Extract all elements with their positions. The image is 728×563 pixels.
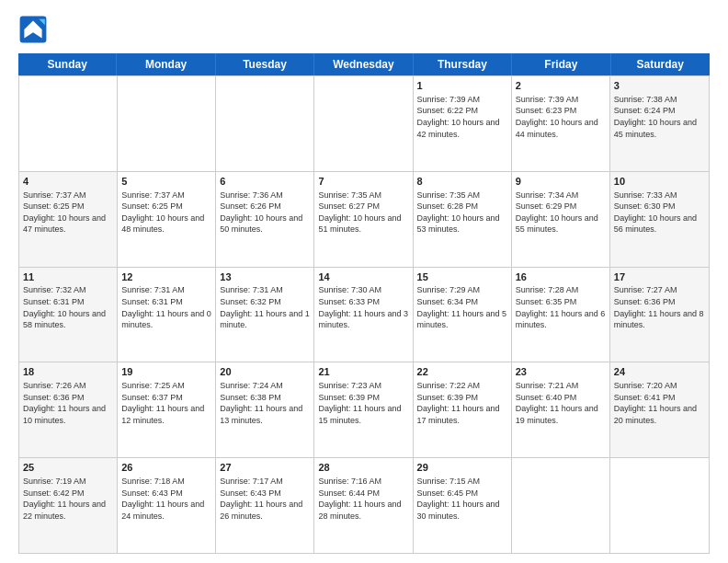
day-info: Sunrise: 7:21 AM Sunset: 6:40 PM Dayligh…	[516, 380, 606, 426]
day-number: 23	[516, 365, 606, 379]
day-number: 3	[614, 79, 705, 93]
week-row-1: 1Sunrise: 7:39 AM Sunset: 6:22 PM Daylig…	[19, 75, 709, 171]
day-info: Sunrise: 7:39 AM Sunset: 6:23 PM Dayligh…	[516, 94, 606, 140]
logo	[18, 15, 53, 44]
page: SundayMondayTuesdayWednesdayThursdayFrid…	[0, 0, 728, 563]
day-info: Sunrise: 7:23 AM Sunset: 6:39 PM Dayligh…	[318, 380, 408, 426]
day-info: Sunrise: 7:27 AM Sunset: 6:36 PM Dayligh…	[614, 284, 705, 330]
day-number: 2	[516, 79, 606, 93]
day-number: 8	[417, 175, 507, 189]
week-row-2: 4Sunrise: 7:37 AM Sunset: 6:25 PM Daylig…	[19, 171, 709, 267]
day-number: 26	[121, 461, 211, 475]
cal-cell-16: 16Sunrise: 7:28 AM Sunset: 6:35 PM Dayli…	[512, 268, 610, 362]
cal-cell-26: 26Sunrise: 7:18 AM Sunset: 6:43 PM Dayli…	[118, 458, 216, 553]
cal-cell-7: 7Sunrise: 7:35 AM Sunset: 6:27 PM Daylig…	[314, 172, 413, 267]
day-number: 11	[23, 270, 113, 284]
day-number: 12	[121, 270, 211, 284]
cal-cell-10: 10Sunrise: 7:33 AM Sunset: 6:30 PM Dayli…	[610, 172, 709, 267]
day-number: 21	[318, 365, 408, 379]
cal-cell-15: 15Sunrise: 7:29 AM Sunset: 6:34 PM Dayli…	[414, 268, 512, 362]
cal-cell-23: 23Sunrise: 7:21 AM Sunset: 6:40 PM Dayli…	[512, 362, 610, 457]
day-info: Sunrise: 7:37 AM Sunset: 6:25 PM Dayligh…	[121, 190, 211, 236]
logo-icon	[18, 15, 48, 44]
day-info: Sunrise: 7:29 AM Sunset: 6:34 PM Dayligh…	[417, 284, 507, 330]
cal-cell-27: 27Sunrise: 7:17 AM Sunset: 6:43 PM Dayli…	[216, 458, 314, 553]
cal-cell-14: 14Sunrise: 7:30 AM Sunset: 6:33 PM Dayli…	[314, 268, 413, 362]
day-header-friday: Friday	[512, 53, 610, 75]
day-number: 16	[516, 270, 606, 284]
day-number: 6	[220, 175, 310, 189]
day-info: Sunrise: 7:39 AM Sunset: 6:22 PM Dayligh…	[417, 94, 507, 140]
day-number: 28	[318, 461, 408, 475]
day-number: 18	[23, 365, 113, 379]
day-number: 1	[417, 79, 507, 93]
day-info: Sunrise: 7:19 AM Sunset: 6:42 PM Dayligh…	[23, 476, 113, 522]
cal-cell-6: 6Sunrise: 7:36 AM Sunset: 6:26 PM Daylig…	[216, 172, 314, 267]
day-info: Sunrise: 7:17 AM Sunset: 6:43 PM Dayligh…	[220, 476, 310, 522]
cal-cell-4: 4Sunrise: 7:37 AM Sunset: 6:25 PM Daylig…	[19, 172, 118, 267]
cal-cell-empty-0-0	[19, 76, 118, 171]
day-header-wednesday: Wednesday	[314, 53, 413, 75]
cal-cell-empty-0-1	[118, 76, 216, 171]
day-info: Sunrise: 7:24 AM Sunset: 6:38 PM Dayligh…	[220, 380, 310, 426]
day-number: 24	[614, 365, 705, 379]
header	[18, 15, 710, 44]
cal-cell-29: 29Sunrise: 7:15 AM Sunset: 6:45 PM Dayli…	[414, 458, 512, 553]
cal-cell-12: 12Sunrise: 7:31 AM Sunset: 6:31 PM Dayli…	[118, 268, 216, 362]
day-number: 14	[318, 270, 408, 284]
day-info: Sunrise: 7:20 AM Sunset: 6:41 PM Dayligh…	[614, 380, 705, 426]
week-row-4: 18Sunrise: 7:26 AM Sunset: 6:36 PM Dayli…	[19, 362, 709, 457]
cal-cell-11: 11Sunrise: 7:32 AM Sunset: 6:31 PM Dayli…	[19, 268, 118, 362]
day-info: Sunrise: 7:38 AM Sunset: 6:24 PM Dayligh…	[614, 94, 705, 140]
cal-cell-28: 28Sunrise: 7:16 AM Sunset: 6:44 PM Dayli…	[314, 458, 413, 553]
cal-cell-2: 2Sunrise: 7:39 AM Sunset: 6:23 PM Daylig…	[512, 76, 610, 171]
cal-cell-empty-4-5	[512, 458, 610, 553]
day-number: 20	[220, 365, 310, 379]
day-number: 25	[23, 461, 113, 475]
calendar-body: 1Sunrise: 7:39 AM Sunset: 6:22 PM Daylig…	[18, 75, 710, 554]
cal-cell-9: 9Sunrise: 7:34 AM Sunset: 6:29 PM Daylig…	[512, 172, 610, 267]
day-info: Sunrise: 7:22 AM Sunset: 6:39 PM Dayligh…	[417, 380, 507, 426]
day-info: Sunrise: 7:25 AM Sunset: 6:37 PM Dayligh…	[121, 380, 211, 426]
day-number: 22	[417, 365, 507, 379]
cal-cell-8: 8Sunrise: 7:35 AM Sunset: 6:28 PM Daylig…	[414, 172, 512, 267]
cal-cell-25: 25Sunrise: 7:19 AM Sunset: 6:42 PM Dayli…	[19, 458, 118, 553]
day-info: Sunrise: 7:30 AM Sunset: 6:33 PM Dayligh…	[318, 284, 408, 330]
cal-cell-empty-4-6	[610, 458, 709, 553]
cal-cell-13: 13Sunrise: 7:31 AM Sunset: 6:32 PM Dayli…	[216, 268, 314, 362]
day-header-sunday: Sunday	[18, 53, 117, 75]
day-header-monday: Monday	[117, 53, 215, 75]
cal-cell-24: 24Sunrise: 7:20 AM Sunset: 6:41 PM Dayli…	[610, 362, 709, 457]
week-row-3: 11Sunrise: 7:32 AM Sunset: 6:31 PM Dayli…	[19, 267, 709, 362]
day-number: 27	[220, 461, 310, 475]
day-info: Sunrise: 7:31 AM Sunset: 6:32 PM Dayligh…	[220, 284, 310, 330]
day-number: 29	[417, 461, 507, 475]
day-number: 4	[23, 175, 113, 189]
cal-cell-22: 22Sunrise: 7:22 AM Sunset: 6:39 PM Dayli…	[414, 362, 512, 457]
cal-cell-20: 20Sunrise: 7:24 AM Sunset: 6:38 PM Dayli…	[216, 362, 314, 457]
day-info: Sunrise: 7:18 AM Sunset: 6:43 PM Dayligh…	[121, 476, 211, 522]
cal-cell-1: 1Sunrise: 7:39 AM Sunset: 6:22 PM Daylig…	[414, 76, 512, 171]
day-info: Sunrise: 7:35 AM Sunset: 6:28 PM Dayligh…	[417, 190, 507, 236]
day-header-tuesday: Tuesday	[216, 53, 314, 75]
cal-cell-17: 17Sunrise: 7:27 AM Sunset: 6:36 PM Dayli…	[610, 268, 709, 362]
day-info: Sunrise: 7:28 AM Sunset: 6:35 PM Dayligh…	[516, 284, 606, 330]
day-info: Sunrise: 7:32 AM Sunset: 6:31 PM Dayligh…	[23, 284, 113, 330]
day-info: Sunrise: 7:36 AM Sunset: 6:26 PM Dayligh…	[220, 190, 310, 236]
cal-cell-empty-0-2	[216, 76, 314, 171]
day-info: Sunrise: 7:15 AM Sunset: 6:45 PM Dayligh…	[417, 476, 507, 522]
day-number: 17	[614, 270, 705, 284]
week-row-5: 25Sunrise: 7:19 AM Sunset: 6:42 PM Dayli…	[19, 457, 709, 553]
day-info: Sunrise: 7:37 AM Sunset: 6:25 PM Dayligh…	[23, 190, 113, 236]
day-info: Sunrise: 7:33 AM Sunset: 6:30 PM Dayligh…	[614, 190, 705, 236]
cal-cell-empty-0-3	[314, 76, 413, 171]
day-number: 9	[516, 175, 606, 189]
day-info: Sunrise: 7:35 AM Sunset: 6:27 PM Dayligh…	[318, 190, 408, 236]
cal-cell-21: 21Sunrise: 7:23 AM Sunset: 6:39 PM Dayli…	[314, 362, 413, 457]
day-info: Sunrise: 7:31 AM Sunset: 6:31 PM Dayligh…	[121, 284, 211, 330]
cal-cell-19: 19Sunrise: 7:25 AM Sunset: 6:37 PM Dayli…	[118, 362, 216, 457]
day-info: Sunrise: 7:26 AM Sunset: 6:36 PM Dayligh…	[23, 380, 113, 426]
cal-cell-3: 3Sunrise: 7:38 AM Sunset: 6:24 PM Daylig…	[610, 76, 709, 171]
day-number: 13	[220, 270, 310, 284]
cal-cell-5: 5Sunrise: 7:37 AM Sunset: 6:25 PM Daylig…	[118, 172, 216, 267]
